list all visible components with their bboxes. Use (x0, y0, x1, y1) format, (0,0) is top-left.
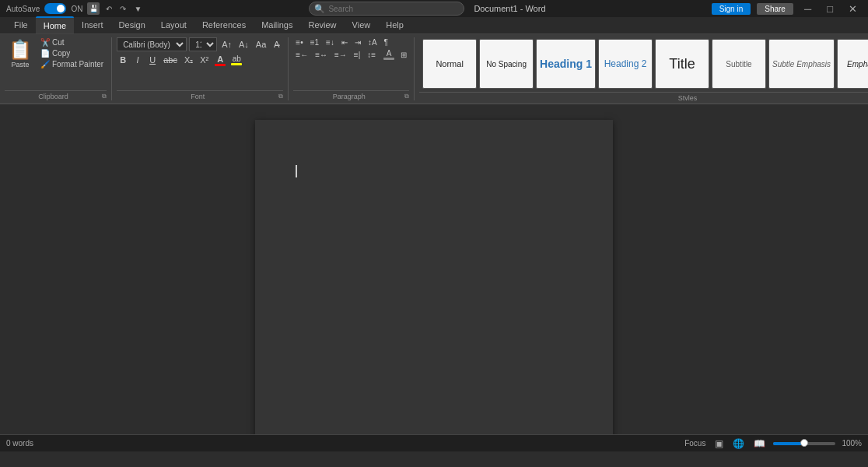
style-subtle-emphasis[interactable]: Subtle Emphasis (768, 39, 835, 89)
title-bar-right: Sign in Share ─ □ ✕ (712, 3, 862, 15)
share-button[interactable]: Share (757, 3, 793, 15)
line-spacing-button[interactable]: ↕≡ (365, 50, 378, 60)
styles-group: Normal No Spacing Heading 1 Heading 2 Ti… (415, 37, 868, 100)
numbering-button[interactable]: ≡1 (308, 37, 321, 47)
align-right-button[interactable]: ≡→ (332, 50, 349, 60)
style-title[interactable]: Title (655, 39, 709, 89)
style-emphasis[interactable]: Emphasis (837, 39, 868, 89)
tab-mailings[interactable]: Mailings (254, 16, 300, 33)
style-normal[interactable]: Normal (422, 39, 477, 89)
main-area (0, 104, 868, 434)
autosave-toggle[interactable] (44, 3, 66, 14)
justify-button[interactable]: ≡| (352, 50, 362, 60)
subscript-button[interactable]: X₂ (182, 53, 195, 67)
font-size-select[interactable]: 11 (189, 37, 217, 51)
search-input[interactable] (328, 5, 459, 13)
tab-design[interactable]: Design (111, 16, 153, 33)
clipboard-expand-icon[interactable]: ⧉ (102, 93, 107, 100)
change-case-button[interactable]: Aa (254, 37, 268, 51)
sign-in-button[interactable]: Sign in (712, 3, 751, 15)
tab-layout[interactable]: Layout (153, 16, 194, 33)
tab-help[interactable]: Help (378, 16, 411, 33)
font-expand-icon[interactable]: ⧉ (278, 93, 283, 100)
ribbon: 📋 Paste ✂️ Cut 📄 Copy 🖌️ Format Painter (0, 34, 868, 104)
close-button[interactable]: ✕ (844, 3, 862, 15)
strikethrough-button[interactable]: abc (161, 53, 180, 67)
word-count: 0 words (6, 439, 33, 448)
show-formatting-button[interactable]: ¶ (382, 37, 390, 47)
font-name-select[interactable]: Calibri (Body) (117, 37, 187, 51)
format-painter-button[interactable]: 🖌️ Format Painter (37, 59, 107, 69)
style-subtitle-preview: Subtitle (726, 43, 751, 85)
autosave-state: ON (71, 5, 82, 13)
font-controls: Calibri (Body) 11 A↑ A↓ Aa A̶ B I U abc … (117, 37, 283, 67)
style-heading1[interactable]: Heading 1 (536, 39, 596, 89)
paragraph-expand-icon[interactable]: ⧉ (404, 93, 409, 100)
autosave-label: AutoSave (6, 5, 40, 13)
title-bar-left: AutoSave ON 💾 ↶ ↷ ▼ (6, 2, 143, 15)
save-icon[interactable]: 💾 (87, 2, 100, 15)
bullets-button[interactable]: ≡• (293, 37, 305, 47)
increase-indent-button[interactable]: ⇥ (352, 37, 363, 47)
text-cursor (296, 165, 297, 177)
decrease-font-button[interactable]: A↓ (236, 37, 251, 51)
undo-button[interactable]: ↶ (104, 5, 114, 13)
print-layout-button[interactable]: ▣ (713, 438, 725, 449)
increase-font-button[interactable]: A↑ (219, 37, 234, 51)
clipboard-group: 📋 Paste ✂️ Cut 📄 Copy 🖌️ Format Painter (0, 37, 112, 100)
sort-button[interactable]: ↕A (366, 37, 380, 47)
clear-format-button[interactable]: A̶ (271, 37, 283, 51)
content-area[interactable] (0, 104, 868, 434)
minimize-button[interactable]: ─ (800, 3, 816, 15)
style-nospace-preview: No Spacing (486, 43, 527, 85)
ribbon-tabs: File Home Insert Design Layout Reference… (0, 17, 868, 34)
focus-button[interactable]: Focus (683, 439, 707, 448)
paste-button[interactable]: 📋 Paste (5, 37, 36, 70)
superscript-button[interactable]: X² (198, 53, 211, 67)
redo-button[interactable]: ↷ (118, 5, 128, 13)
font-group: Calibri (Body) 11 A↑ A↓ Aa A̶ B I U abc … (112, 37, 289, 100)
copy-label: Copy (52, 49, 70, 58)
zoom-slider[interactable] (773, 442, 835, 445)
align-center-button[interactable]: ≡↔ (313, 50, 330, 60)
copy-icon: 📄 (40, 49, 50, 58)
style-title-preview: Title (669, 43, 695, 85)
copy-button[interactable]: 📄 Copy (37, 48, 107, 58)
style-no-spacing[interactable]: No Spacing (479, 39, 534, 89)
tab-references[interactable]: References (194, 16, 254, 33)
style-subtitle[interactable]: Subtitle (712, 39, 766, 89)
multilevel-button[interactable]: ≡↓ (324, 37, 337, 47)
title-center: 🔍 Document1 - Word (309, 2, 545, 16)
underline-button[interactable]: U (146, 53, 159, 67)
font-color-button[interactable]: A (213, 54, 227, 66)
document-page[interactable] (255, 120, 613, 434)
shading-button[interactable]: A (382, 49, 396, 60)
tab-review[interactable]: Review (301, 16, 345, 33)
cut-button[interactable]: ✂️ Cut (37, 37, 107, 47)
status-bar: 0 words Focus ▣ 🌐 📖 100% (0, 434, 868, 451)
style-emphasis-preview: Emphasis (847, 43, 868, 85)
format-painter-label: Format Painter (52, 60, 103, 68)
highlight-color-button[interactable]: ab (229, 54, 243, 65)
paste-label: Paste (11, 61, 29, 68)
tab-insert[interactable]: Insert (74, 16, 111, 33)
read-mode-button[interactable]: 📖 (752, 438, 767, 449)
web-layout-button[interactable]: 🌐 (731, 438, 746, 449)
paragraph-label: Paragraph (293, 93, 404, 100)
tab-view[interactable]: View (345, 16, 379, 33)
italic-button[interactable]: I (131, 53, 144, 67)
bold-button[interactable]: B (117, 53, 129, 67)
search-icon: 🔍 (314, 4, 325, 14)
restore-button[interactable]: □ (822, 3, 838, 15)
tab-file[interactable]: File (6, 16, 36, 33)
align-left-button[interactable]: ≡← (293, 50, 310, 60)
zoom-level: 100% (842, 439, 862, 448)
tab-home[interactable]: Home (36, 16, 74, 33)
style-heading2[interactable]: Heading 2 (598, 39, 653, 89)
clipboard-sub: ✂️ Cut 📄 Copy 🖌️ Format Painter (37, 37, 107, 69)
borders-button[interactable]: ⊞ (398, 50, 409, 60)
font-label: Font (117, 93, 278, 100)
search-bar: 🔍 (309, 2, 464, 16)
decrease-indent-button[interactable]: ⇤ (339, 37, 350, 47)
more-button[interactable]: ▼ (132, 5, 143, 13)
